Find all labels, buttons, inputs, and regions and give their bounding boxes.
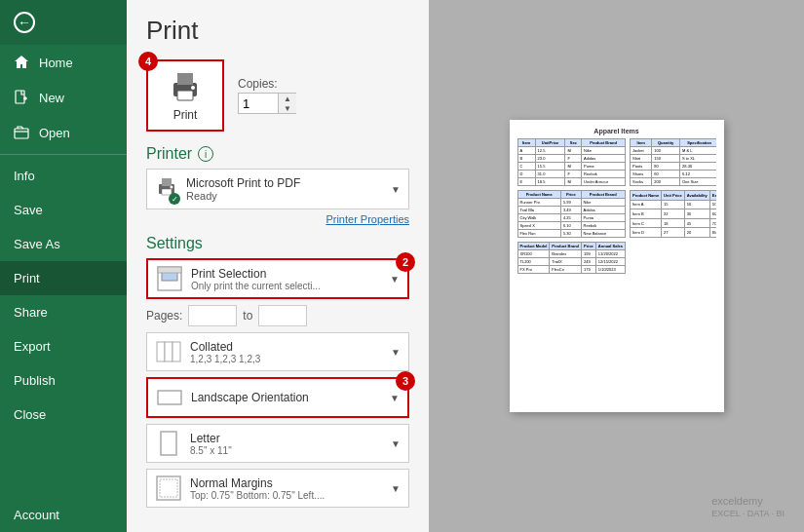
pages-to-input[interactable]: [258, 305, 307, 326]
paper-size-main: Letter: [190, 432, 383, 445]
badge-3: 3: [396, 371, 415, 391]
svg-point-7: [191, 86, 195, 90]
landscape-icon: [156, 384, 183, 411]
paper-size-setting[interactable]: Letter 8.5" x 11" ▼: [146, 424, 409, 463]
orientation-text: Landscape Orientation: [191, 391, 382, 404]
preview-tables: ItemUnitPriceSexProduct Brand A12.5MNike…: [517, 138, 716, 274]
print-selection-text: Print Selection Only print the current s…: [191, 267, 382, 291]
preview-panel: Apparel Items ItemUnitPriceSexProduct Br…: [429, 0, 804, 532]
svg-rect-19: [161, 432, 176, 455]
svg-rect-0: [16, 91, 24, 103]
printer-icon: [168, 69, 203, 104]
svg-rect-3: [15, 129, 28, 138]
sidebar-item-save-as[interactable]: Save As: [0, 227, 127, 261]
paper-size-arrow: ▼: [391, 438, 401, 449]
print-button[interactable]: Print: [146, 59, 224, 132]
preview-table-1: ItemUnitPriceSexProduct Brand A12.5MNike…: [517, 138, 626, 186]
sidebar-item-label: Publish: [14, 373, 56, 388]
margins-setting[interactable]: Normal Margins Top: 0.75" Bottom: 0.75" …: [146, 469, 409, 508]
collated-text: Collated 1,2,3 1,2,3 1,2,3: [190, 340, 383, 364]
printer-section-title: Printer i: [146, 145, 409, 163]
sidebar-item-print[interactable]: Print: [0, 261, 127, 295]
svg-rect-17: [172, 342, 180, 361]
svg-rect-9: [162, 178, 172, 186]
print-selection-setting[interactable]: 2 Print Selection Only print the current…: [146, 258, 409, 299]
printer-status: Ready: [186, 190, 300, 202]
sidebar-item-label: Save As: [14, 237, 60, 251]
sidebar-item-info[interactable]: Info: [0, 159, 127, 193]
sidebar-item-label: Home: [39, 56, 73, 70]
sidebar-item-new[interactable]: New: [0, 80, 127, 115]
sidebar-bottom: Account: [0, 498, 127, 532]
svg-rect-20: [157, 476, 180, 500]
orientation-main: Landscape Orientation: [191, 391, 382, 404]
margins-main: Normal Margins: [190, 476, 383, 490]
settings-section-title: Settings: [146, 235, 409, 252]
print-btn-label: Print: [173, 108, 198, 122]
svg-rect-16: [165, 342, 172, 361]
pages-row: Pages: to: [146, 305, 409, 326]
orientation-setting[interactable]: 3 Landscape Orientation ▼: [146, 377, 409, 418]
print-selection-arrow: ▼: [390, 274, 400, 285]
margins-sub: Top: 0.75" Bottom: 0.75" Left....: [190, 490, 383, 501]
paper-size-sub: 8.5" x 11": [190, 445, 383, 456]
back-arrow-icon: ←: [14, 12, 35, 33]
back-button[interactable]: ←: [0, 0, 127, 45]
sidebar-item-account[interactable]: Account: [0, 498, 127, 532]
copies-input[interactable]: [239, 95, 278, 113]
print-title: Print: [146, 16, 409, 46]
copies-down-button[interactable]: ▼: [279, 103, 296, 113]
collated-setting[interactable]: Collated 1,2,3 1,2,3 1,2,3 ▼: [146, 332, 409, 371]
sidebar: ← Home New Open Info Save Save As Pr: [0, 0, 127, 532]
sidebar-item-share[interactable]: Share: [0, 295, 127, 329]
badge-4: 4: [138, 52, 158, 71]
collated-arrow: ▼: [391, 347, 401, 358]
printer-name: Microsoft Print to PDF: [186, 176, 300, 190]
pages-to-label: to: [243, 309, 252, 323]
sidebar-item-home[interactable]: Home: [0, 45, 127, 80]
print-selection-sub: Only print the current selecti...: [191, 281, 382, 291]
pages-from-input[interactable]: [188, 305, 237, 326]
preview-paper: Apparel Items ItemUnitPriceSexProduct Br…: [510, 120, 724, 412]
copies-label: Copies:: [238, 77, 296, 91]
sidebar-item-label: Print: [14, 271, 40, 285]
margins-icon: [155, 475, 182, 502]
paper-size-text: Letter 8.5" x 11": [190, 432, 383, 456]
sidebar-item-label: Open: [39, 126, 70, 140]
print-selection-icon: [156, 265, 183, 292]
printer-info-icon[interactable]: i: [198, 146, 213, 162]
watermark: exceldemyEXCEL · DATA · BI: [711, 495, 785, 518]
preview-content: Apparel Items ItemUnitPriceSexProduct Br…: [517, 128, 716, 404]
sidebar-divider: [0, 154, 127, 155]
svg-rect-5: [177, 73, 193, 85]
svg-point-11: [171, 186, 173, 189]
printer-properties-link[interactable]: Printer Properties: [146, 213, 409, 225]
copies-control: Copies: ▲ ▼: [238, 77, 296, 114]
print-btn-wrapper: 4 Print: [146, 59, 224, 132]
sidebar-item-export[interactable]: Export: [0, 329, 127, 363]
paper-size-icon: [155, 430, 182, 457]
collated-sub: 1,2,3 1,2,3 1,2,3: [190, 354, 383, 364]
home-icon: [14, 55, 29, 70]
sidebar-item-open[interactable]: Open: [0, 115, 127, 150]
svg-rect-14: [158, 267, 181, 273]
preview-table-2: ItemQuantitySpecificationPrice Jacket100…: [630, 138, 716, 186]
preview-title: Apparel Items: [517, 128, 716, 134]
printer-dropdown-arrow: ▼: [391, 184, 401, 195]
print-button-area: 4 Print Copies: ▲ ▼: [146, 59, 409, 132]
sidebar-item-label: Share: [14, 305, 48, 320]
sidebar-item-close[interactable]: Close: [0, 398, 127, 432]
collated-main: Collated: [190, 340, 383, 354]
sidebar-item-label: Export: [14, 339, 51, 354]
sidebar-item-save[interactable]: Save: [0, 193, 127, 227]
sidebar-item-label: Close: [14, 407, 46, 422]
printer-selector[interactable]: ✓ Microsoft Print to PDF Ready ▼: [146, 169, 409, 209]
copies-up-button[interactable]: ▲: [279, 94, 296, 103]
printer-info: Microsoft Print to PDF Ready: [186, 176, 300, 202]
print-panel: Print 4 Print Copies: ▲ ▼: [127, 0, 429, 532]
printer-check-icon: ✓: [169, 193, 180, 205]
collated-icon: [155, 338, 182, 365]
print-selection-main: Print Selection: [191, 267, 382, 281]
sidebar-item-publish[interactable]: Publish: [0, 363, 127, 398]
sidebar-item-label: Info: [14, 169, 35, 183]
